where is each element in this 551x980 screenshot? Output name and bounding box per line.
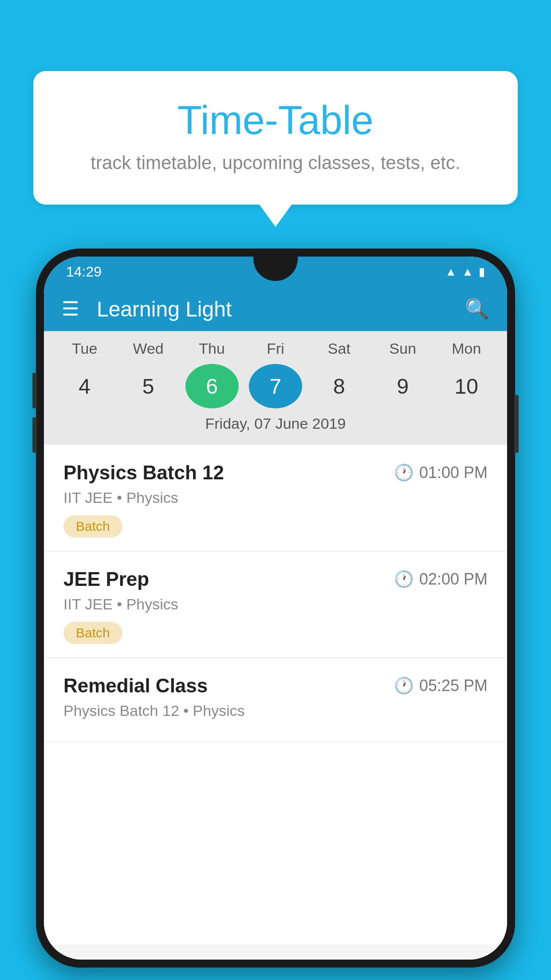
schedule-time-3: 🕐 05:25 PM — [394, 676, 488, 695]
battery-icon — [479, 265, 485, 279]
calendar-header: Tue Wed Thu Fri Sat Sun Mon 4 5 6 7 8 9 … — [44, 331, 507, 445]
day-numbers-row: 4 5 6 7 8 9 10 — [53, 364, 498, 408]
day-name-sat[interactable]: Sat — [312, 340, 366, 357]
day-name-wed[interactable]: Wed — [122, 340, 175, 357]
day-name-tue[interactable]: Tue — [58, 340, 111, 357]
schedule-subtitle-3: Physics Batch 12 • Physics — [63, 702, 488, 719]
schedule-time-2: 🕐 02:00 PM — [394, 570, 488, 589]
schedule-time-1: 🕐 01:00 PM — [394, 463, 488, 482]
day-5[interactable]: 5 — [122, 364, 175, 408]
app-title: Learning Light — [97, 297, 465, 321]
app-header: ☰ Learning Light 🔍 — [44, 287, 507, 331]
day-9[interactable]: 9 — [376, 364, 429, 408]
schedule-item-1[interactable]: Physics Batch 12 🕐 01:00 PM IIT JEE • Ph… — [44, 445, 507, 551]
schedule-item-1-header: Physics Batch 12 🕐 01:00 PM — [63, 462, 488, 484]
day-name-fri[interactable]: Fri — [249, 340, 302, 357]
day-10[interactable]: 10 — [440, 364, 493, 408]
main-title: Time-Table — [64, 98, 487, 143]
status-bar: 14:29 — [44, 257, 507, 287]
day-6-today[interactable]: 6 — [185, 364, 239, 408]
schedule-item-3[interactable]: Remedial Class 🕐 05:25 PM Physics Batch … — [44, 658, 507, 742]
clock-icon-2: 🕐 — [394, 570, 414, 589]
day-name-mon[interactable]: Mon — [440, 340, 493, 357]
day-names-row: Tue Wed Thu Fri Sat Sun Mon — [53, 340, 498, 357]
status-time: 14:29 — [66, 264, 102, 280]
phone-screen: 14:29 ☰ Learning Light 🔍 Tue Wed — [44, 257, 507, 960]
vol-up-button[interactable] — [32, 373, 37, 408]
clock-icon-3: 🕐 — [394, 676, 414, 695]
schedule-item-2[interactable]: JEE Prep 🕐 02:00 PM IIT JEE • Physics Ba… — [44, 551, 507, 658]
day-8[interactable]: 8 — [312, 364, 366, 408]
schedule-item-3-header: Remedial Class 🕐 05:25 PM — [63, 675, 488, 697]
phone-wrapper: 14:29 ☰ Learning Light 🔍 Tue Wed — [33, 249, 518, 968]
schedule-title-1: Physics Batch 12 — [63, 462, 224, 484]
day-name-sun[interactable]: Sun — [376, 340, 429, 357]
clock-icon-1: 🕐 — [394, 463, 414, 482]
schedule-title-2: JEE Prep — [63, 568, 149, 590]
selected-date-label: Friday, 07 June 2019 — [53, 415, 498, 440]
schedule-subtitle-2: IIT JEE • Physics — [63, 596, 488, 613]
day-name-thu[interactable]: Thu — [185, 340, 239, 357]
schedule-subtitle-1: IIT JEE • Physics — [63, 489, 488, 506]
signal-icon — [462, 265, 473, 279]
batch-badge-2: Batch — [63, 622, 122, 644]
menu-icon[interactable]: ☰ — [62, 299, 79, 319]
camera-notch — [253, 257, 298, 281]
main-subtitle: track timetable, upcoming classes, tests… — [64, 152, 487, 174]
wifi-icon — [445, 265, 457, 279]
phone-frame: 14:29 ☰ Learning Light 🔍 Tue Wed — [36, 249, 515, 968]
day-4[interactable]: 4 — [58, 364, 111, 408]
search-icon[interactable]: 🔍 — [465, 297, 489, 320]
vol-down-button[interactable] — [32, 417, 37, 453]
schedule-list: Physics Batch 12 🕐 01:00 PM IIT JEE • Ph… — [44, 445, 507, 944]
status-icons — [445, 265, 485, 279]
schedule-title-3: Remedial Class — [63, 675, 208, 697]
power-button[interactable] — [514, 395, 519, 453]
batch-badge-1: Batch — [63, 515, 122, 537]
speech-bubble: Time-Table track timetable, upcoming cla… — [33, 71, 518, 205]
day-7-selected[interactable]: 7 — [249, 364, 302, 408]
speech-bubble-container: Time-Table track timetable, upcoming cla… — [33, 71, 518, 205]
schedule-item-2-header: JEE Prep 🕐 02:00 PM — [63, 568, 488, 590]
